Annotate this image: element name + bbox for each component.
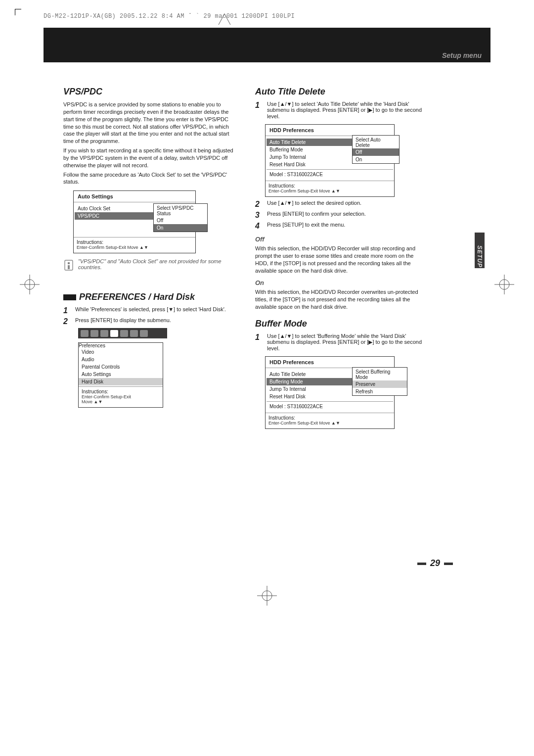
step-number: 1 [255, 333, 262, 351]
side-tab: SETUP [475, 233, 485, 268]
popup-option-selected: On [154, 224, 207, 232]
body-text: If you wish to start recording at a spec… [63, 147, 235, 169]
body-text: VPS/PDC is a service provided by some st… [63, 101, 235, 145]
step-text: Use [▲/▼] to select 'Auto Title Delete' … [267, 101, 427, 119]
sub-heading-on: On [255, 279, 427, 286]
menu-row: Parental Controls [79, 363, 163, 371]
section-breadcrumb: Setup menu [442, 51, 482, 59]
manual-page: DG-M22-12D1P-XA(GB) 2005.12.22 8:4 AM ˘ … [0, 0, 534, 756]
instructions-text: Enter-Confirm Setup-Exit Move ▲▼ [77, 245, 192, 250]
fold-mark-icon [218, 12, 231, 26]
instructions-text: Enter-Confirm Setup-Exit [82, 394, 160, 399]
preferences-panel: Preferences Video Audio Parental Control… [78, 342, 163, 408]
step-text: While 'Preferences' is selected, press [… [75, 306, 226, 315]
heading-preferences-hard-disk: PREFERENCES / Hard Disk [63, 292, 235, 302]
menu-row-selected: Hard Disk [79, 378, 163, 385]
popup-option-selected: Off [353, 148, 399, 156]
instructions-text: Move ▲▼ [82, 399, 160, 404]
menu-row: Audio [79, 356, 163, 363]
tab-icon [130, 330, 138, 337]
popup-title: Select VPS/PDC Status [154, 204, 207, 217]
right-column: Auto Title Delete 1Use [▲/▼] to select '… [255, 87, 427, 432]
step-number: 2 [255, 200, 262, 209]
heading-vps-pdc: VPS/PDC [63, 87, 235, 97]
registration-mark-icon [494, 275, 514, 294]
tab-icon [81, 330, 89, 337]
panel-title: HDD Preferences [266, 125, 394, 135]
popup-option-selected: Preserve [353, 380, 407, 388]
menu-row: Auto Settings [79, 371, 163, 378]
step-number: 3 [255, 211, 262, 220]
popup-option: Off [154, 217, 207, 224]
menu-row: Video [79, 348, 163, 356]
step-text: Use [▲/▼] to select 'Buffering Mode' whi… [267, 333, 427, 351]
popup-title: Select Buffering Mode [353, 368, 407, 380]
model-row: Model : ST3160022ACE [267, 171, 393, 178]
panel-title: HDD Preferences [266, 357, 394, 367]
popup-title: Select Auto Delete [353, 136, 399, 148]
left-column: VPS/PDC VPS/PDC is a service provided by… [63, 87, 235, 432]
registration-mark-icon [257, 586, 277, 606]
body-text: With this selection, the HDD/DVD Recorde… [255, 288, 427, 311]
step-text: Use [▲/▼] to select the desired option. [267, 200, 361, 209]
side-tab-label: SETUP [476, 245, 483, 255]
tab-icon-selected [110, 330, 118, 337]
info-note-text: "VPS/PDC" and "Auto Clock Set" are not p… [78, 258, 235, 270]
svg-rect-2 [68, 265, 70, 269]
tab-icon [120, 330, 128, 337]
panel-title: Auto Settings [74, 191, 195, 201]
buffering-mode-popup: Select Buffering Mode Preserve Refresh [352, 367, 407, 396]
instructions-label: Instructions: [77, 239, 192, 245]
auto-delete-popup: Select Auto Delete Off On [352, 135, 400, 164]
page-number: 29 [413, 558, 457, 568]
info-note: "VPS/PDC" and "Auto Clock Set" are not p… [63, 258, 235, 272]
crop-mark-icon [15, 9, 21, 15]
tab-icon [90, 330, 98, 337]
instructions-text: Enter-Confirm Setup-Exit Move ▲▼ [268, 189, 391, 193]
svg-rect-1 [68, 262, 70, 264]
preferences-iconbar [78, 328, 167, 338]
heading-buffer-mode: Buffer Mode [255, 319, 427, 329]
instructions-text: Enter-Confirm Setup-Exit Move ▲▼ [268, 421, 391, 425]
step-text: Press [ENTER] to confirm your selection. [267, 211, 366, 220]
body-text: With this selection, the HDD/DVD Recorde… [255, 245, 427, 274]
content-columns: VPS/PDC VPS/PDC is a service provided by… [63, 87, 429, 432]
popup-option: On [353, 156, 399, 163]
heading-auto-title-delete: Auto Title Delete [255, 87, 427, 97]
vps-pdc-popup: Select VPS/PDC Status Off On [153, 203, 208, 232]
info-icon [63, 258, 74, 272]
tab-icon [100, 330, 108, 337]
panel-title: Preferences [79, 343, 163, 348]
registration-mark-icon [20, 275, 40, 294]
step-number: 1 [255, 101, 262, 119]
popup-option: Refresh [353, 388, 407, 395]
step-text: Press [SETUP] to exit the menu. [267, 222, 345, 231]
instructions-label: Instructions: [268, 415, 391, 421]
model-row: Model : ST3160022ACE [267, 403, 393, 410]
instructions-label: Instructions: [82, 389, 160, 394]
step-number: 2 [63, 317, 70, 326]
step-text: Press [ENTER] to display the submenu. [75, 317, 171, 326]
sub-heading-off: Off [255, 236, 427, 243]
instructions-label: Instructions: [268, 183, 391, 189]
title-band: Setup menu [44, 28, 490, 62]
print-header: DG-M22-12D1P-XA(GB) 2005.12.22 8:4 AM ˘ … [44, 13, 490, 20]
tab-icon [140, 330, 148, 337]
body-text: Follow the same procedure as 'Auto Clock… [63, 171, 235, 186]
step-number: 4 [255, 222, 262, 231]
step-number: 1 [63, 306, 70, 315]
